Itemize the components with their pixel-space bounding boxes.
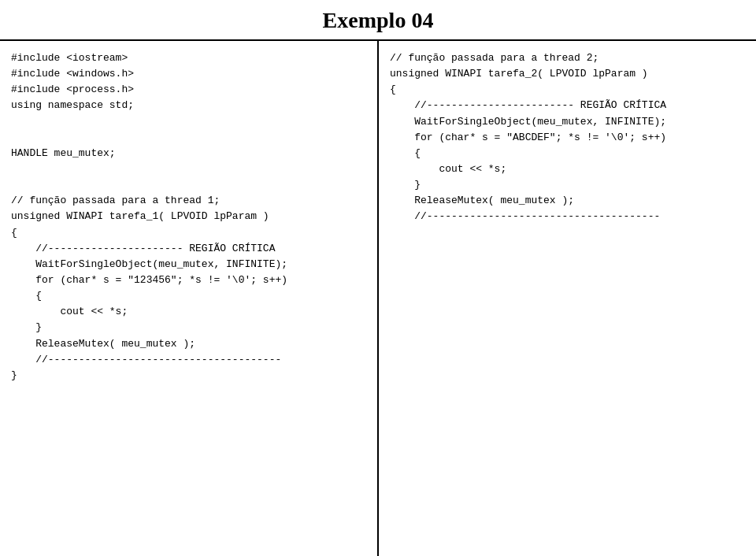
page-title: Exemplo 04 [323,8,434,32]
title-bar: Exemplo 04 [0,0,756,41]
code-panel-left: #include <iostream> #include <windows.h>… [0,41,379,556]
page-container: Exemplo 04 #include <iostream> #include … [0,0,756,556]
code-area: #include <iostream> #include <windows.h>… [0,41,756,556]
code-panel-right: // função passada para a thread 2; unsig… [379,41,756,556]
